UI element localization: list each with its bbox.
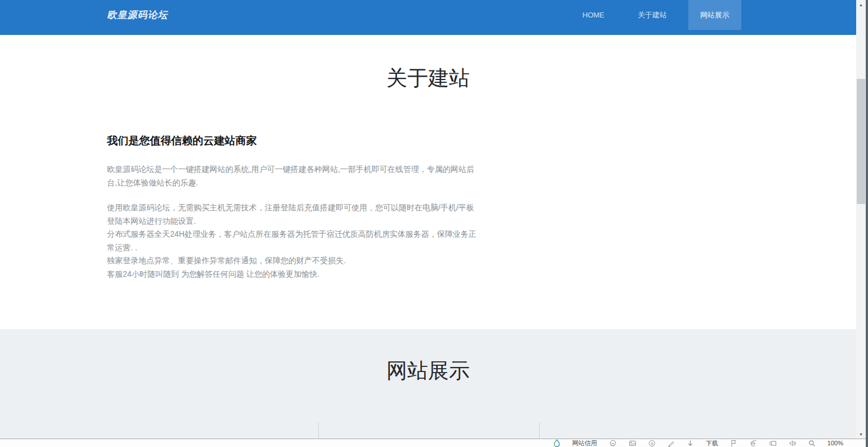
- download-label[interactable]: 下载: [706, 439, 718, 447]
- feature-line: 客服24小时随叫随到 为您解答任何问题 让您的体验更加愉快.: [107, 268, 478, 281]
- pen-edit-icon[interactable]: [667, 440, 675, 447]
- browser-status-bar: 网站信用 a: [0, 439, 868, 447]
- scroll-up-button[interactable]: ▲: [856, 0, 866, 9]
- site-credit-label[interactable]: 网站信用: [572, 439, 597, 447]
- feature-line: 独家登录地点异常、重要操作异常邮件通知，保障您的财产不受损失.: [107, 254, 478, 268]
- vertical-scrollbar[interactable]: ▲ ▼: [856, 0, 866, 439]
- about-section: 关于建站 我们是您值得信赖的云建站商家 欧皇源码论坛是一个一键搭建网站的系统,用…: [0, 35, 856, 329]
- svg-text:a: a: [651, 441, 653, 446]
- showcase-title: 网站展示: [0, 359, 856, 383]
- showcase-cards-row: [107, 422, 749, 439]
- showcase-section: 网站展示: [0, 329, 856, 439]
- download-arrow-icon[interactable]: [687, 440, 694, 447]
- site-logo[interactable]: 欧皇源码论坛: [107, 8, 168, 21]
- scroll-down-button[interactable]: ▼: [856, 430, 866, 439]
- zoom-level[interactable]: 100%: [827, 440, 843, 446]
- window-right-edge: [866, 0, 868, 447]
- showcase-card[interactable]: [107, 422, 318, 439]
- feature-line: 分布式服务器全天24H处理业务，客户站点所在服务器为托管于宿迁优质高防机房实体服…: [107, 228, 478, 254]
- about-body: 我们是您值得信赖的云建站商家 欧皇源码论坛是一个一键搭建网站的系统,用户可一键搭…: [107, 134, 478, 281]
- speaker-icon[interactable]: [789, 440, 796, 447]
- about-feature-lines: 使用欧皇源码论坛，无需购买主机无需技术，注册登陆后充值搭建即可使用，您可以随时在…: [107, 201, 478, 281]
- webpage: 欧皇源码论坛 HOME 关于建站 网站展示 关于建站 我们是您值得信赖的云建站商…: [0, 0, 856, 439]
- site-credit-drop-icon[interactable]: [553, 439, 560, 447]
- main-nav: HOME 关于建站 网站展示: [561, 0, 741, 30]
- feature-line: 使用欧皇源码论坛，无需购买主机无需技术，注册登陆后充值搭建即可使用，您可以随时在…: [107, 201, 478, 228]
- zoom-search-icon[interactable]: [808, 440, 816, 447]
- ie-compat-icon[interactable]: [749, 440, 757, 447]
- showcase-card[interactable]: [539, 422, 749, 439]
- image-capture-icon[interactable]: [629, 440, 636, 447]
- scrollbar-thumb[interactable]: [857, 79, 865, 204]
- nav-item-showcase[interactable]: 网站展示: [688, 0, 741, 30]
- split-window-icon[interactable]: [769, 440, 777, 447]
- flag-icon[interactable]: [730, 440, 737, 447]
- about-title: 关于建站: [0, 66, 856, 91]
- about-subtitle: 我们是您值得信赖的云建站商家: [107, 134, 478, 148]
- nav-item-home[interactable]: HOME: [571, 0, 616, 30]
- browser-window: 欧皇源码论坛 HOME 关于建站 网站展示 关于建站 我们是您值得信赖的云建站商…: [0, 0, 868, 447]
- reader-mode-icon[interactable]: a: [648, 440, 656, 447]
- showcase-card[interactable]: [318, 422, 539, 439]
- site-header: 欧皇源码论坛 HOME 关于建站 网站展示: [0, 0, 856, 35]
- nav-item-about[interactable]: 关于建站: [626, 0, 679, 30]
- credit-seal-icon[interactable]: [609, 440, 617, 447]
- about-paragraph: 欧皇源码论坛是一个一键搭建网站的系统,用户可一键搭建各种网站,一部手机即可在线管…: [107, 163, 478, 189]
